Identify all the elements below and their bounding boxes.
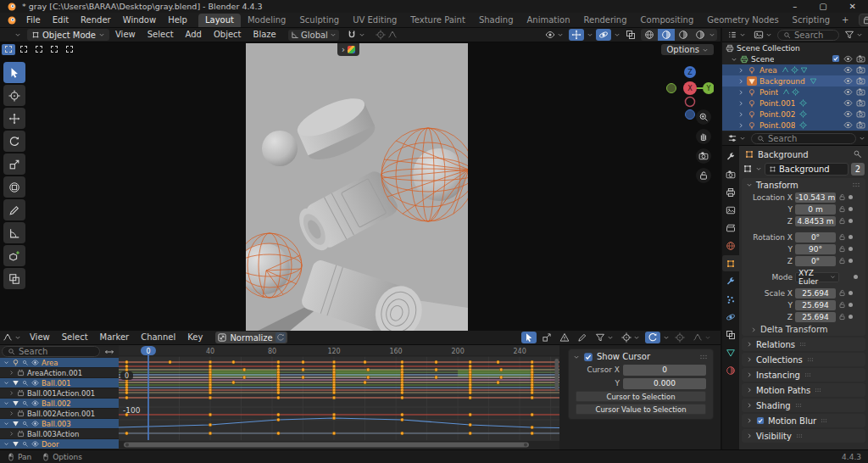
properties-search-input[interactable]: Search bbox=[751, 133, 856, 144]
grip-icon[interactable] bbox=[851, 180, 861, 190]
normalize-button[interactable]: Normalize bbox=[230, 333, 272, 343]
pivot-button[interactable] bbox=[645, 332, 660, 343]
graph-menu-channel[interactable]: Channel bbox=[135, 330, 181, 345]
xray-toggle[interactable] bbox=[623, 29, 638, 41]
menu-window[interactable]: Window bbox=[117, 13, 162, 28]
viewport-3d[interactable]: Object Mode ViewSelectAddObjectBlaze Glo… bbox=[0, 28, 721, 331]
animate-dot[interactable] bbox=[849, 219, 853, 223]
gizmos-toggle[interactable] bbox=[569, 29, 584, 41]
snap-button[interactable] bbox=[672, 332, 687, 343]
channel-ball.001[interactable]: Ball.001 bbox=[0, 378, 119, 388]
graph-menu-marker[interactable]: Marker bbox=[94, 330, 136, 345]
tool-rotate[interactable] bbox=[3, 131, 25, 152]
checkbox-checked-icon[interactable] bbox=[583, 352, 593, 362]
graph-menu-select[interactable]: Select bbox=[56, 330, 94, 345]
filter-invert-button[interactable] bbox=[102, 346, 117, 358]
channel-ball.002action.001[interactable]: Ball.002Action.001 bbox=[0, 409, 119, 419]
animate-dot[interactable] bbox=[849, 259, 853, 263]
select-mode-extend[interactable] bbox=[17, 44, 31, 55]
menu-render[interactable]: Render bbox=[75, 13, 117, 28]
outliner-row-point.002[interactable]: Point.002 bbox=[722, 109, 868, 120]
editor-type-button[interactable] bbox=[0, 29, 24, 41]
transform-panel-header[interactable]: Transform bbox=[742, 178, 865, 192]
field-rotation-x[interactable]: 0° bbox=[795, 232, 836, 243]
outliner-row-point[interactable]: Point bbox=[722, 86, 868, 98]
menu-edit[interactable]: Edit bbox=[47, 13, 75, 28]
fcurve-plot[interactable]: 0 -1004080120160200240 0 bbox=[119, 345, 559, 449]
camera-view-button[interactable] bbox=[696, 148, 711, 164]
cursor-x-field[interactable]: 0 bbox=[623, 365, 706, 376]
properties-tab-object[interactable] bbox=[722, 255, 739, 271]
tool-scale[interactable] bbox=[3, 153, 25, 175]
channel-search-input[interactable]: Search bbox=[2, 346, 100, 357]
close-button[interactable]: ✕ bbox=[849, 0, 856, 13]
viewport-menu-object[interactable]: Object bbox=[208, 27, 248, 42]
minimize-button[interactable]: – bbox=[793, 0, 797, 13]
viewport-menu-blaze[interactable]: Blaze bbox=[248, 27, 282, 42]
workspace-tab-compositing[interactable]: Compositing bbox=[634, 14, 701, 27]
properties-tab-output[interactable] bbox=[722, 184, 739, 200]
viewport-menu-view[interactable]: View bbox=[109, 27, 142, 42]
workspace-tab-geometry-nodes[interactable]: Geometry Nodes bbox=[700, 14, 785, 27]
animate-dot[interactable] bbox=[849, 235, 853, 239]
properties-tab-data[interactable] bbox=[722, 344, 739, 360]
outliner-row-point.008[interactable]: Point.008 bbox=[722, 120, 868, 131]
proportional-button[interactable] bbox=[619, 332, 643, 343]
panel-header-collections[interactable]: Collections bbox=[742, 353, 865, 366]
tool-annotate[interactable] bbox=[3, 199, 25, 220]
channel-ball.003action[interactable]: Ball.003Action bbox=[0, 429, 119, 439]
display-mode-button[interactable] bbox=[751, 29, 775, 41]
field-y[interactable]: 90° bbox=[795, 244, 836, 254]
workspace-tab-animation[interactable]: Animation bbox=[520, 14, 577, 27]
add-workspace-button[interactable]: + bbox=[837, 15, 854, 25]
animate-dot[interactable] bbox=[849, 303, 853, 307]
channel-areaaction.001[interactable]: AreaAction.001 bbox=[0, 368, 119, 378]
properties-editor-type-button[interactable] bbox=[725, 132, 748, 144]
shading-material-button[interactable] bbox=[675, 29, 692, 41]
outliner-row-point.001[interactable]: Point.001 bbox=[722, 98, 868, 109]
workspace-tab-texture-paint[interactable]: Texture Paint bbox=[403, 14, 472, 27]
field-mode[interactable]: XYZ Euler bbox=[795, 272, 839, 282]
properties-tab-material[interactable] bbox=[722, 362, 739, 378]
graph-menu-view[interactable]: View bbox=[24, 330, 56, 345]
animate-dot[interactable] bbox=[849, 195, 853, 199]
object-name-field[interactable]: Background bbox=[765, 163, 849, 176]
outliner-filter-button[interactable] bbox=[842, 29, 865, 41]
animate-dot[interactable] bbox=[849, 207, 853, 211]
show-cursor-header[interactable]: Show Cursor bbox=[569, 349, 713, 364]
tool-select-box[interactable] bbox=[3, 62, 25, 83]
error-tool-button[interactable] bbox=[557, 332, 572, 343]
select-mode-intersect[interactable] bbox=[63, 44, 76, 55]
tweak-tool-button[interactable] bbox=[521, 332, 537, 343]
tool-duplicate[interactable] bbox=[3, 268, 25, 289]
field-location-x[interactable]: -10.543 m bbox=[795, 192, 836, 203]
sidebar-expand-tab[interactable]: › bbox=[337, 43, 359, 56]
viewport-menu-add[interactable]: Add bbox=[180, 27, 208, 42]
select-mode-subtract[interactable] bbox=[32, 44, 46, 55]
properties-tab-viewlayer[interactable] bbox=[722, 202, 739, 218]
select-mode-invert[interactable] bbox=[47, 44, 61, 55]
channel-area[interactable]: Area bbox=[0, 358, 119, 368]
cursor-to-selection-button[interactable]: Cursor to Selection bbox=[576, 391, 706, 402]
object-data-icon[interactable] bbox=[743, 164, 753, 174]
outliner-row-background[interactable]: Background bbox=[722, 75, 868, 86]
channel-door[interactable]: Door bbox=[0, 439, 119, 449]
menu-file[interactable]: File bbox=[20, 13, 47, 28]
cursor-y-field[interactable]: 0.000 bbox=[623, 378, 706, 389]
animate-dot[interactable] bbox=[854, 275, 858, 279]
channel-ball.001action.001[interactable]: Ball.001Action.001 bbox=[0, 388, 119, 399]
tool-add-cube[interactable] bbox=[3, 245, 25, 266]
outliner-row-area[interactable]: Area bbox=[722, 64, 868, 75]
visibility-dropdown[interactable] bbox=[542, 29, 566, 41]
auto-normalize-icon[interactable] bbox=[275, 332, 286, 343]
panel-header-instancing[interactable]: Instancing bbox=[742, 368, 865, 382]
outliner-row-scene-collection[interactable]: Scene Collection bbox=[722, 42, 868, 53]
workspace-tab-uv-editing[interactable]: UV Editing bbox=[346, 14, 403, 27]
blender-menu-icon[interactable] bbox=[7, 15, 17, 25]
field-z[interactable]: 0° bbox=[795, 256, 836, 266]
panel-header-motion-paths[interactable]: Motion Paths bbox=[742, 383, 865, 397]
zoom-button[interactable] bbox=[696, 109, 711, 125]
falloff-button[interactable] bbox=[690, 332, 714, 343]
outliner-editor-type-button[interactable] bbox=[725, 29, 748, 41]
workspace-tab-layout[interactable]: Layout bbox=[198, 14, 241, 27]
